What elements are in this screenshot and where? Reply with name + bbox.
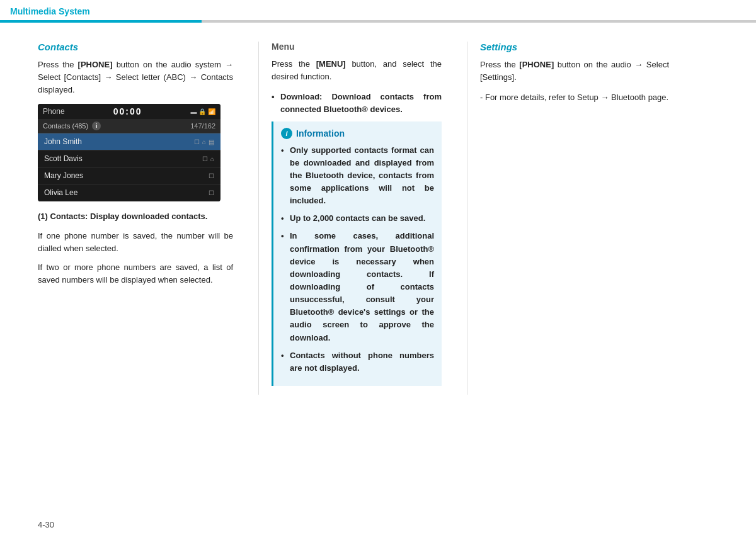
contact-name-mary-jones: Mary Jones xyxy=(44,171,83,180)
phone-contacts-bar: Contacts (485) i 147/162 xyxy=(38,119,220,133)
col-separator-1 xyxy=(258,42,259,395)
info-bullet-4: Contacts without phone numbers are not d… xyxy=(281,349,434,375)
contact-icons-scott-davis: ☐ ⌂ xyxy=(202,155,214,162)
note-1-para1: If one phone number is saved, the number… xyxy=(38,230,233,255)
contact-row-scott-davis: Scott Davis ☐ ⌂ xyxy=(38,150,220,167)
phone-keyword-right: [PHONE] xyxy=(519,60,554,69)
contact-row-mary-jones: Mary Jones ☐ xyxy=(38,167,220,184)
contacts-numbered-notes: (1) Contacts: Display downloaded contact… xyxy=(38,210,233,286)
home-icon: ⌂ xyxy=(210,155,214,162)
page-header: Multimedia System xyxy=(0,0,756,23)
checkbox-icon: ☐ xyxy=(194,138,200,145)
settings-paragraph2: - For more details, refer to Setup → Blu… xyxy=(480,91,669,104)
note-1-para2: If two or more phone numbers are saved, … xyxy=(38,261,233,286)
page-content: Contacts Press the [PHONE] button on the… xyxy=(0,23,756,414)
col-separator-2 xyxy=(467,42,467,395)
contact-row-olivia-lee: Olivia Lee ☐ xyxy=(38,184,220,201)
info-box-label: Information xyxy=(296,128,345,138)
page-number: 4-30 xyxy=(38,520,54,529)
info-box-title: i Information xyxy=(281,128,434,139)
col-settings: Settings Press the [PHONE] button on the… xyxy=(474,42,669,395)
info-icon: i xyxy=(281,128,292,139)
mobile-icon: ▤ xyxy=(209,138,214,145)
info-bullet-1: Only supported contacts format can be do… xyxy=(281,144,434,208)
contacts-paragraph: Press the [PHONE] button on the audio sy… xyxy=(38,59,233,96)
info-bullet-list: Only supported contacts format can be do… xyxy=(281,144,434,375)
contacts-label: Contacts (485) xyxy=(43,122,88,130)
contact-name-john-smith: John Smith xyxy=(44,137,82,146)
checkbox-icon: ☐ xyxy=(209,189,214,196)
contact-icons-john-smith: ☐ ⌂ ▤ xyxy=(194,138,214,145)
checkbox-icon: ☐ xyxy=(209,172,214,179)
col-menu: Menu Press the [MENU] button, and select… xyxy=(265,42,461,395)
information-box: i Information Only supported contacts fo… xyxy=(272,121,442,386)
menu-paragraph: Press the [MENU] button, and select the … xyxy=(272,58,442,83)
phone-header-label: Phone xyxy=(43,107,65,116)
contacts-count: 147/162 xyxy=(190,122,215,130)
header-bar-gray xyxy=(202,20,756,23)
page-title: Multimedia System xyxy=(10,6,90,16)
home-icon: ⌂ xyxy=(202,138,206,145)
settings-paragraph1: Press the [PHONE] button on the audio → … xyxy=(480,59,669,84)
contact-name-olivia-lee: Olivia Lee xyxy=(44,188,77,197)
header-bar-blue xyxy=(0,20,202,23)
phone-ui-mockup: Phone 00:00 ▬ 🔒 📶 Contacts (485) i 147/1… xyxy=(38,104,220,201)
checkbox-icon: ☐ xyxy=(202,155,208,162)
bullet-download: Download: Download contacts from connect… xyxy=(272,91,442,116)
menu-section-title: Menu xyxy=(272,42,442,52)
info-bullet-2: Up to 2,000 contacts can be saved. xyxy=(281,212,434,225)
contact-row-john-smith: John Smith ☐ ⌂ ▤ xyxy=(38,133,220,150)
contacts-section-title: Contacts xyxy=(38,42,233,52)
info-bullet-3: In some cases, additional confirmation f… xyxy=(281,230,434,344)
header-title-block: Multimedia System xyxy=(0,0,100,23)
contact-icons-olivia-lee: ☐ xyxy=(209,189,214,196)
contacts-bar-left: Contacts (485) i xyxy=(43,121,101,130)
menu-bullet-list: Download: Download contacts from connect… xyxy=(272,91,442,116)
phone-time-display: 00:00 xyxy=(113,106,142,116)
col-contacts: Contacts Press the [PHONE] button on the… xyxy=(38,42,252,395)
settings-section-title: Settings xyxy=(480,42,669,52)
contacts-info-circle: i xyxy=(92,121,101,130)
contact-icons-mary-jones: ☐ xyxy=(209,172,214,179)
note-1-title: (1) Contacts: Display downloaded contact… xyxy=(38,210,233,223)
phone-keyword: [PHONE] xyxy=(78,60,113,69)
phone-header-row: Phone 00:00 ▬ 🔒 📶 xyxy=(38,104,220,119)
phone-status-icons: ▬ 🔒 📶 xyxy=(190,108,215,115)
contact-name-scott-davis: Scott Davis xyxy=(44,154,83,163)
menu-keyword: [MENU] xyxy=(316,59,346,69)
